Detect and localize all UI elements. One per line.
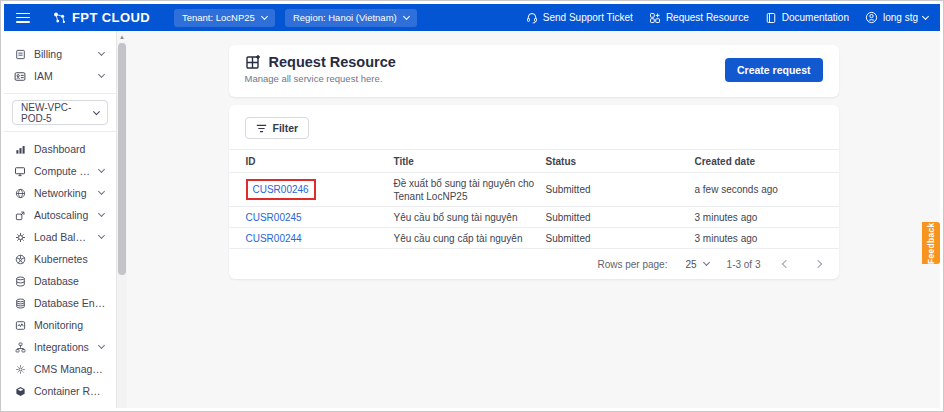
- request-title: Đề xuất bổ sung tài nguyên cho Tenant Lo…: [394, 177, 546, 203]
- user-menu[interactable]: long stg: [865, 11, 928, 24]
- scroll-up-button[interactable]: ▲: [117, 31, 127, 42]
- column-header-created-date: Created date: [695, 155, 823, 168]
- request-table-card: Filter ID Title Status Created date CUSR…: [229, 105, 839, 279]
- chevron-down-icon: [403, 12, 410, 19]
- monitoring-icon: [14, 320, 26, 331]
- create-request-button[interactable]: Create request: [725, 58, 823, 82]
- sidebar-item-autoscaling[interactable]: Autoscaling: [4, 204, 116, 226]
- previous-page-icon[interactable]: [781, 260, 789, 268]
- integrations-icon: [14, 342, 26, 353]
- pagination-bar: Rows per page: 25 1-3 of 3: [229, 249, 839, 279]
- cms-management-icon: [14, 364, 26, 375]
- dashboard-icon: [14, 144, 26, 155]
- main-content: Request Resource Manage all service requ…: [127, 31, 940, 408]
- sidebar-item-billing[interactable]: Billing: [4, 43, 116, 65]
- database-icon: [14, 276, 26, 287]
- column-header-status: Status: [546, 155, 695, 168]
- screenshot-frame: FPT CLOUD Tenant: LocNP25 Region: Hanoi …: [0, 0, 944, 412]
- column-header-title: Title: [394, 155, 546, 168]
- logo-text: FPT CLOUD: [72, 10, 150, 25]
- highlight-box: CUSR00246: [246, 179, 316, 200]
- feedback-tab[interactable]: Feedback: [922, 222, 940, 264]
- body-row: Billing IAM NEW-VPC-POD-5 Dashboard Comp…: [4, 31, 940, 408]
- rows-per-page-select[interactable]: 25: [685, 259, 708, 270]
- menu-icon[interactable]: [16, 13, 30, 23]
- fpt-cloud-logo[interactable]: FPT CLOUD: [52, 10, 150, 25]
- next-page-icon[interactable]: [813, 260, 821, 268]
- headset-icon: [526, 12, 538, 24]
- documentation-link[interactable]: Documentation: [765, 12, 849, 24]
- created-date-value: a few seconds ago: [695, 183, 823, 196]
- kubernetes-icon: [14, 254, 26, 265]
- created-date-value: 3 minutes ago: [695, 232, 823, 245]
- networking-icon: [14, 188, 26, 199]
- iam-icon: [14, 71, 26, 82]
- request-id-link[interactable]: CUSR00245: [246, 212, 302, 223]
- page-title: Request Resource: [269, 54, 396, 70]
- sidebar-item-load-balancer[interactable]: Load Balancer: [4, 226, 116, 248]
- status-value: Submitted: [546, 183, 695, 196]
- chevron-down-icon: [98, 210, 105, 217]
- table-row: CUSR00244 Yêu cầu cung cấp tài nguyên Su…: [229, 228, 839, 249]
- autoscaling-icon: [14, 210, 26, 221]
- billing-icon: [14, 49, 26, 60]
- table-row: CUSR00245 Yêu cầu bổ sung tài nguyên Sub…: [229, 207, 839, 228]
- send-support-ticket-link[interactable]: Send Support Ticket: [526, 12, 633, 24]
- grid-plus-icon: [649, 12, 661, 24]
- request-title: Yêu cầu cung cấp tài nguyên: [394, 232, 546, 245]
- sidebar-item-networking[interactable]: Networking: [4, 182, 116, 204]
- sidebar-item-kubernetes[interactable]: Kubernetes: [4, 248, 116, 270]
- region-dropdown[interactable]: Region: Hanoi (Vietnam): [285, 9, 417, 27]
- table-header-row: ID Title Status Created date: [229, 149, 839, 173]
- container-registry-icon: [14, 386, 26, 397]
- filter-icon: [256, 124, 267, 133]
- sidebar-scrollbar[interactable]: ▲: [116, 31, 127, 408]
- database-engine-icon: [14, 298, 26, 309]
- navbar-left: FPT CLOUD Tenant: LocNP25 Region: Hanoi …: [16, 9, 417, 27]
- request-resource-link[interactable]: Request Resource: [649, 12, 749, 24]
- divider: [4, 131, 116, 132]
- sidebar-item-dashboard[interactable]: Dashboard: [4, 138, 116, 160]
- navbar-right: Send Support Ticket Request Resource Doc…: [526, 11, 928, 24]
- sidebar: Billing IAM NEW-VPC-POD-5 Dashboard Comp…: [4, 31, 116, 408]
- sidebar-item-database[interactable]: Database: [4, 270, 116, 292]
- divider: [4, 93, 116, 94]
- chevron-down-icon: [98, 188, 105, 195]
- sidebar-item-database-engine[interactable]: Database Engine: [4, 292, 116, 314]
- status-value: Submitted: [546, 211, 695, 224]
- tenant-label: Tenant: LocNP25: [182, 12, 255, 23]
- fpt-molecule-icon: [52, 11, 67, 25]
- table-row: CUSR00246 Đề xuất bổ sung tài nguyên cho…: [229, 173, 839, 207]
- sidebar-item-integrations[interactable]: Integrations: [4, 336, 116, 358]
- sidebar-item-iam[interactable]: IAM: [4, 65, 116, 87]
- compute-engine-icon: [14, 166, 26, 177]
- request-id-link[interactable]: CUSR00246: [253, 184, 309, 195]
- chevron-down-icon: [98, 342, 105, 349]
- vpc-project-select[interactable]: NEW-VPC-POD-5: [12, 100, 108, 125]
- created-date-value: 3 minutes ago: [695, 211, 823, 224]
- chevron-down-icon: [922, 12, 929, 19]
- chevron-down-icon: [98, 71, 105, 78]
- sidebar-item-monitoring[interactable]: Monitoring: [4, 314, 116, 336]
- status-value: Submitted: [546, 232, 695, 245]
- scrollbar-thumb[interactable]: [118, 43, 126, 275]
- request-id-link[interactable]: CUSR00244: [246, 233, 302, 244]
- sidebar-item-container-registry[interactable]: Container Registry: [4, 380, 116, 402]
- sidebar-item-cms-management[interactable]: CMS Management: [4, 358, 116, 380]
- request-title: Yêu cầu bổ sung tài nguyên: [394, 211, 546, 224]
- user-icon: [865, 11, 878, 24]
- chevron-down-icon: [703, 259, 710, 266]
- sidebar-item-compute-engine[interactable]: Compute Engine: [4, 160, 116, 182]
- chevron-down-icon: [261, 12, 268, 19]
- requests-table: ID Title Status Created date CUSR00246 Đ…: [229, 149, 839, 279]
- tenant-dropdown[interactable]: Tenant: LocNP25: [174, 9, 275, 27]
- filter-button[interactable]: Filter: [245, 117, 310, 139]
- rows-per-page-label: Rows per page:: [597, 259, 667, 270]
- chevron-down-icon: [98, 232, 105, 239]
- pagination-range: 1-3 of 3: [727, 259, 761, 270]
- chevron-down-icon: [93, 108, 100, 115]
- chevron-down-icon: [98, 166, 105, 173]
- book-icon: [765, 12, 777, 24]
- load-balancer-icon: [14, 232, 26, 243]
- top-navbar: FPT CLOUD Tenant: LocNP25 Region: Hanoi …: [4, 4, 940, 31]
